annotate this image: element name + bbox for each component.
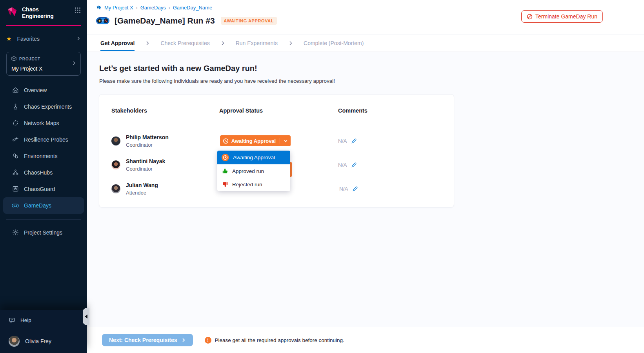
edit-pencil-icon[interactable]: [351, 162, 357, 168]
comment-cell: N/A: [338, 156, 357, 173]
title-row: [GameDay_Name] Run #3 AWAITING APPROVAL: [96, 16, 277, 25]
sidebar-nav: Overview Chaos Experiments Network Maps …: [0, 82, 87, 214]
comment-value: N/A: [338, 162, 347, 168]
avatar: [9, 336, 20, 347]
menu-item-label: Awaiting Approval: [233, 155, 275, 160]
terminate-gameday-button[interactable]: Terminate GameDay Run: [521, 10, 603, 23]
column-header-approval-status: Approval Status: [219, 107, 263, 114]
tab-complete-post-mortem[interactable]: Complete (Post-Mortem): [304, 35, 364, 51]
warning-icon: !: [205, 337, 211, 344]
sidebar-item-chaoshubs[interactable]: ChaosHubs: [0, 164, 87, 181]
sidebar-item-project-settings[interactable]: Project Settings: [0, 225, 87, 240]
page-title: [GameDay_Name] Run #3: [115, 16, 215, 25]
thumbs-down-icon: [222, 181, 228, 187]
terminate-label: Terminate GameDay Run: [535, 13, 597, 20]
stakeholder-name: Shantini Nayak: [126, 158, 165, 164]
sidebar-item-resilience-probes[interactable]: Resilience Probes: [0, 131, 87, 148]
comment-cell: N/A: [338, 132, 357, 149]
column-header-comments: Comments: [338, 107, 367, 114]
stakeholder-name: Philip Matterson: [126, 134, 169, 140]
chaos-engineering-logo-icon: [6, 6, 18, 18]
comment-cell: N/A: [339, 180, 358, 197]
status-label: Awaiting Approval: [231, 138, 276, 144]
sidebar-header: Chaos Engineering: [0, 0, 87, 20]
help-label: Help: [20, 317, 31, 323]
content-subheading: Please make sure the following individua…: [99, 78, 644, 84]
chevron-right-icon: [145, 40, 150, 46]
sidebar-favorites[interactable]: ★ Favorites: [6, 35, 81, 42]
menu-item-label: Rejected run: [232, 182, 262, 187]
menu-item-rejected-run[interactable]: Rejected run: [217, 178, 290, 191]
clock-icon: [222, 154, 229, 161]
sidebar-item-label: Chaos Experiments: [24, 104, 72, 110]
sidebar-item-gamedays[interactable]: GameDays: [3, 197, 84, 214]
menu-item-awaiting-approval[interactable]: Awaiting Approval: [217, 151, 290, 164]
sidebar: Chaos Engineering ★ Favorites PROJECT: [0, 0, 87, 353]
sidebar-item-environments[interactable]: Environments: [0, 148, 87, 164]
chevron-right-icon: [288, 40, 293, 46]
flask-icon: [12, 103, 19, 110]
sidebar-bottom: ? Help Olivia Frey: [0, 310, 87, 353]
approval-warning: ! Please get all the required approvals …: [205, 337, 344, 344]
star-icon: ★: [6, 35, 11, 42]
menu-item-label: Approved run: [232, 168, 264, 174]
tab-check-prerequisites[interactable]: Check Prerequisites: [160, 35, 209, 51]
sidebar-collapse-handle[interactable]: [83, 308, 89, 325]
breadcrumb-logo-icon: [96, 5, 102, 11]
run-stepper: Get Approval Check Prerequisites Run Exp…: [87, 35, 644, 51]
chevron-right-icon: [220, 40, 226, 46]
tab-run-experiments[interactable]: Run Experiments: [236, 35, 278, 51]
content-heading: Let’s get started with a new GameDay run…: [99, 64, 644, 73]
sidebar-item-label: ChaosHubs: [24, 169, 53, 176]
comment-value: N/A: [339, 186, 348, 192]
sidebar-divider: [6, 219, 81, 220]
network-map-icon: [12, 120, 19, 127]
stakeholders-card: Stakeholders Approval Status Comments Ph…: [99, 94, 454, 207]
breadcrumb-separator: ›: [169, 5, 170, 11]
environments-icon: [12, 153, 19, 160]
next-button-label: Next: Check Prerequisites: [109, 337, 177, 343]
status-badge: AWAITING APPROVAL: [221, 17, 277, 25]
chevron-right-icon: [181, 338, 186, 342]
stakeholder-name: Julian Wang: [126, 182, 158, 188]
hub-network-icon: [12, 169, 19, 176]
sidebar-item-network-maps[interactable]: Network Maps: [0, 115, 87, 131]
avatar: [111, 136, 120, 146]
tab-get-approval[interactable]: Get Approval: [100, 35, 135, 51]
gamepad-color-icon: [96, 16, 109, 25]
status-cell: Awaiting Approval: [220, 135, 291, 146]
breadcrumb: My Project X › GameDays › GameDay_Name: [96, 5, 212, 11]
chevron-right-icon: [72, 60, 76, 67]
clock-icon: [223, 138, 229, 144]
project-label: PROJECT: [19, 57, 40, 61]
lock-icon: [12, 186, 19, 193]
breadcrumb-item-gamedays[interactable]: GameDays: [140, 5, 166, 11]
sidebar-item-label: Overview: [24, 87, 47, 93]
footer-bar: Next: Check Prerequisites ! Please get a…: [87, 327, 644, 353]
breadcrumb-item-project[interactable]: My Project X: [104, 5, 133, 11]
approval-status-dropdown-button[interactable]: Awaiting Approval: [220, 135, 291, 146]
next-check-prerequisites-button[interactable]: Next: Check Prerequisites: [102, 334, 193, 346]
edit-pencil-icon[interactable]: [351, 138, 357, 144]
sidebar-item-chaosguard[interactable]: ChaosGuard: [0, 181, 87, 197]
apps-grid-icon[interactable]: [75, 7, 81, 15]
app-name-line1: Chaos: [22, 6, 54, 13]
app-name-line2: Engineering: [22, 13, 54, 20]
sidebar-item-label: Environments: [24, 153, 58, 159]
button-divider: [280, 138, 280, 144]
warning-text: Please get all the required approvals be…: [215, 337, 344, 343]
sidebar-item-chaos-experiments[interactable]: Chaos Experiments: [0, 98, 87, 115]
sidebar-item-label: GameDays: [24, 202, 51, 209]
breadcrumb-item-gameday-name[interactable]: GameDay_Name: [173, 5, 212, 11]
thumbs-up-icon: [222, 168, 228, 174]
project-selector[interactable]: PROJECT My Project X: [6, 52, 81, 76]
edit-pencil-icon[interactable]: [352, 186, 358, 192]
menu-item-approved-run[interactable]: Approved run: [217, 164, 290, 178]
stakeholder-role: Coordinator: [126, 142, 169, 148]
sidebar-item-overview[interactable]: Overview: [0, 82, 87, 98]
help-chat-icon: ?: [9, 317, 15, 324]
user-profile[interactable]: Olivia Frey: [0, 330, 87, 349]
page-header: My Project X › GameDays › GameDay_Name […: [87, 0, 644, 35]
help-button[interactable]: ? Help: [0, 310, 87, 330]
table-header-divider: [111, 123, 443, 123]
